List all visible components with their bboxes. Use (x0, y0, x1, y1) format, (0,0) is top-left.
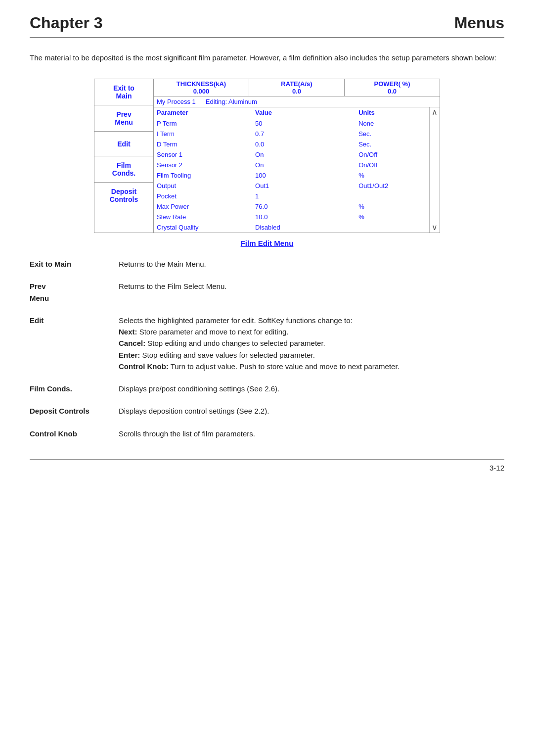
param-spacer (316, 160, 356, 170)
table-area: Parameter Value Units P Term 50 None I T… (154, 107, 440, 233)
param-value: 1 (252, 191, 316, 201)
edit-control-knob-text: Turn to adjust value. Push to store valu… (169, 362, 400, 371)
param-value: On (252, 160, 316, 170)
table-row: I Term 0.7 Sec. (154, 129, 429, 139)
scroll-down-icon[interactable]: ∨ (432, 224, 438, 232)
param-name: Film Tooling (154, 170, 252, 181)
param-name: Sensor 1 (154, 149, 252, 160)
param-value: Out1 (252, 181, 316, 191)
param-name: Crystal Quality (154, 222, 252, 233)
desc-edit: Edit Selects the highlighted parameter f… (30, 315, 504, 372)
softkey-panel: Exit toMain PrevMenu Edit FilmConds. Dep… (94, 79, 154, 233)
process-name: My Process 1 (157, 98, 196, 105)
thickness-value: 0.000 (154, 88, 249, 95)
rate-value: 0.0 (249, 88, 344, 95)
param-name: I Term (154, 129, 252, 139)
param-spacer (316, 222, 356, 233)
table-row: D Term 0.0 Sec. (154, 139, 429, 149)
edit-next-text: Store parameter and move to next for edi… (137, 328, 289, 336)
param-units (356, 222, 429, 233)
desc-prev-menu: PrevMenu Returns to the Film Select Menu… (30, 281, 504, 304)
param-spacer (316, 149, 356, 160)
chapter-title: Chapter 3 (30, 14, 103, 32)
param-value: 50 (252, 118, 316, 129)
content-prev-menu: Returns to the Film Select Menu. (119, 281, 504, 304)
param-units: % (356, 201, 429, 212)
edit-cancel-label: Cancel: (119, 339, 145, 347)
page-footer: 3-12 (30, 459, 504, 472)
param-name: P Term (154, 118, 252, 129)
edit-next-label: Next: (119, 328, 137, 336)
content-film-conds: Displays pre/post conditioning settings … (119, 383, 504, 394)
content-control-knob: Scrolls through the list of film paramet… (119, 428, 504, 439)
param-units: On/Off (356, 160, 429, 170)
table-row: Max Power 76.0 % (154, 201, 429, 212)
power-header: POWER( %) 0.0 (345, 79, 440, 96)
power-value: 0.0 (345, 88, 440, 95)
table-row: Slew Rate 10.0 % (154, 212, 429, 222)
param-name: Max Power (154, 201, 252, 212)
table-row: Pocket 1 (154, 191, 429, 201)
softkey-film-conds[interactable]: FilmConds. (94, 156, 153, 183)
param-value: 0.0 (252, 139, 316, 149)
table-row: Output Out1 Out1/Out2 (154, 181, 429, 191)
edit-enter-text: Stop editing and save values for selecte… (140, 351, 315, 359)
power-label: POWER( %) (345, 80, 440, 88)
param-value: 10.0 (252, 212, 316, 222)
label-deposit-controls: Deposit Controls (30, 405, 119, 417)
param-spacer (316, 129, 356, 139)
table-row: Sensor 1 On On/Off (154, 149, 429, 160)
display-header: THICKNESS(kA) 0.000 RATE(A/s) 0.0 POWER(… (154, 79, 440, 96)
intro-text: The material to be deposited is the most… (30, 52, 504, 64)
desc-control-knob: Control Knob Scrolls through the list of… (30, 428, 504, 439)
param-spacer (316, 181, 356, 191)
softkey-exit-to-main[interactable]: Exit toMain (94, 79, 153, 105)
label-control-knob: Control Knob (30, 428, 119, 439)
table-row: P Term 50 None (154, 118, 429, 129)
page-header: Chapter 3 Menus (30, 0, 504, 38)
param-spacer (316, 212, 356, 222)
param-name: Sensor 2 (154, 160, 252, 170)
thickness-label: THICKNESS(kA) (154, 80, 249, 88)
param-spacer (316, 170, 356, 181)
softkey-edit[interactable]: Edit (94, 132, 153, 156)
label-edit: Edit (30, 315, 119, 372)
param-spacer (316, 201, 356, 212)
col-value: Value (252, 107, 316, 118)
softkey-prev-menu[interactable]: PrevMenu (94, 105, 153, 132)
col-units: Units (356, 107, 429, 118)
process-info-row: My Process 1 Editing: Aluminum (154, 96, 440, 107)
table-row: Film Tooling 100 % (154, 170, 429, 181)
table-header-row: Parameter Value Units (154, 107, 429, 118)
scroll-up-icon[interactable]: ∧ (432, 108, 438, 116)
ui-container: Exit toMain PrevMenu Edit FilmConds. Dep… (94, 79, 440, 233)
page-number: 3-12 (490, 464, 504, 472)
section-title: Menus (454, 14, 504, 32)
param-units: On/Off (356, 149, 429, 160)
display-panel: THICKNESS(kA) 0.000 RATE(A/s) 0.0 POWER(… (154, 79, 440, 233)
param-name: Slew Rate (154, 212, 252, 222)
desc-deposit-controls: Deposit Controls Displays deposition con… (30, 405, 504, 417)
param-spacer (316, 118, 356, 129)
param-spacer (316, 191, 356, 201)
param-units: Sec. (356, 129, 429, 139)
param-name: Pocket (154, 191, 252, 201)
param-value: 100 (252, 170, 316, 181)
content-edit: Selects the highlighted parameter for ed… (119, 315, 504, 372)
rate-header: RATE(A/s) 0.0 (249, 79, 345, 96)
label-film-conds: Film Conds. (30, 383, 119, 394)
edit-cancel-text: Stop editing and undo changes to selecte… (145, 339, 325, 347)
param-table: Parameter Value Units P Term 50 None I T… (154, 107, 429, 233)
param-value: On (252, 149, 316, 160)
param-name: Output (154, 181, 252, 191)
film-edit-menu-title: Film Edit Menu (30, 239, 504, 247)
edit-control-knob-label: Control Knob: (119, 362, 169, 371)
edit-intro: Selects the highlighted parameter for ed… (119, 316, 353, 325)
param-units: % (356, 170, 429, 181)
softkey-deposit-controls[interactable]: DepositControls (94, 183, 153, 208)
editing-label: Editing: Aluminum (206, 98, 257, 105)
param-units: Out1/Out2 (356, 181, 429, 191)
desc-exit-to-main: Exit to Main Returns to the Main Menu. (30, 258, 504, 270)
rate-label: RATE(A/s) (249, 80, 344, 88)
table-row: Crystal Quality Disabled (154, 222, 429, 233)
